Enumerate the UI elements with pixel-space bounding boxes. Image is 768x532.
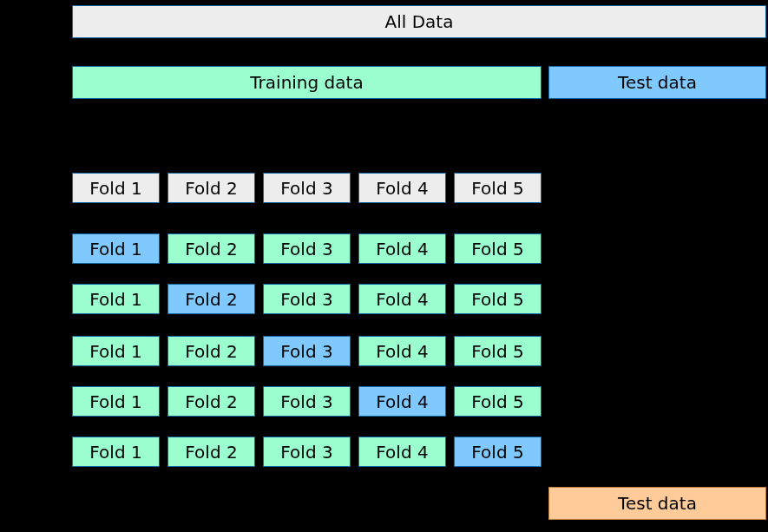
fold-label: Fold 4	[376, 341, 428, 362]
split5-fold4: Fold 4	[358, 437, 446, 467]
fold-header-3: Fold 3	[263, 173, 351, 203]
fold-label: Fold 5	[471, 442, 523, 463]
split1-fold4: Fold 4	[358, 233, 446, 264]
test-data-label: Test data	[618, 72, 697, 93]
fold-label: Fold 1	[89, 391, 141, 412]
fold-label: Fold 3	[280, 341, 332, 362]
fold-label: Fold 3	[280, 239, 332, 259]
split2-fold2: Fold 2	[167, 284, 255, 314]
final-test-data-label: Test data	[618, 493, 697, 514]
fold-label: Fold 1	[89, 239, 141, 259]
split5-fold3: Fold 3	[263, 437, 351, 467]
split2-fold1: Fold 1	[72, 284, 160, 314]
fold-label: Fold 4	[376, 442, 428, 463]
fold-header-label: Fold 2	[185, 178, 237, 199]
fold-header-2: Fold 2	[167, 173, 255, 203]
fold-header-5: Fold 5	[454, 173, 542, 203]
fold-label: Fold 2	[185, 391, 237, 412]
fold-header-label: Fold 4	[376, 178, 428, 199]
split4-fold4: Fold 4	[358, 386, 446, 417]
fold-label: Fold 5	[471, 239, 523, 259]
fold-label: Fold 4	[376, 391, 428, 412]
fold-label: Fold 2	[185, 341, 237, 362]
split1-fold1: Fold 1	[72, 233, 160, 264]
fold-label: Fold 3	[280, 442, 332, 463]
split4-fold5: Fold 5	[454, 386, 542, 417]
fold-label: Fold 2	[185, 289, 237, 310]
fold-label: Fold 4	[376, 239, 428, 259]
split3-fold4: Fold 4	[358, 336, 446, 366]
test-data-box: Test data	[548, 66, 766, 99]
split4-fold1: Fold 1	[72, 386, 160, 417]
split1-fold2: Fold 2	[167, 233, 255, 264]
fold-label: Fold 3	[280, 289, 332, 310]
fold-label: Fold 1	[89, 442, 141, 463]
split3-fold1: Fold 1	[72, 336, 160, 366]
fold-header-label: Fold 1	[89, 178, 141, 199]
split3-fold3: Fold 3	[263, 336, 351, 366]
split1-fold5: Fold 5	[454, 233, 542, 264]
split5-fold5: Fold 5	[454, 437, 542, 467]
fold-label: Fold 3	[280, 391, 332, 412]
split3-fold2: Fold 2	[167, 336, 255, 366]
fold-header-label: Fold 5	[471, 178, 523, 199]
split5-fold2: Fold 2	[167, 437, 255, 467]
fold-header-4: Fold 4	[358, 173, 446, 203]
fold-label: Fold 1	[89, 341, 141, 362]
all-data-label: All Data	[385, 11, 454, 32]
fold-header-label: Fold 3	[280, 178, 332, 199]
split4-fold2: Fold 2	[167, 386, 255, 417]
final-test-data-box: Test data	[548, 487, 766, 520]
fold-label: Fold 5	[471, 341, 523, 362]
fold-label: Fold 2	[185, 239, 237, 259]
split3-fold5: Fold 5	[454, 336, 542, 366]
split2-fold5: Fold 5	[454, 284, 542, 314]
fold-label: Fold 2	[185, 442, 237, 463]
training-data-label: Training data	[250, 72, 363, 93]
all-data-box: All Data	[72, 5, 766, 38]
fold-label: Fold 5	[471, 289, 523, 310]
fold-label: Fold 5	[471, 391, 523, 412]
fold-header-1: Fold 1	[72, 173, 160, 203]
split2-fold4: Fold 4	[358, 284, 446, 314]
split2-fold3: Fold 3	[263, 284, 351, 314]
training-data-box: Training data	[72, 66, 542, 99]
split5-fold1: Fold 1	[72, 437, 160, 467]
split1-fold3: Fold 3	[263, 233, 351, 264]
fold-label: Fold 4	[376, 289, 428, 310]
fold-label: Fold 1	[89, 289, 141, 310]
split4-fold3: Fold 3	[263, 386, 351, 417]
cross-validation-diagram: All Data Training data Test data Fold 1 …	[0, 0, 768, 532]
